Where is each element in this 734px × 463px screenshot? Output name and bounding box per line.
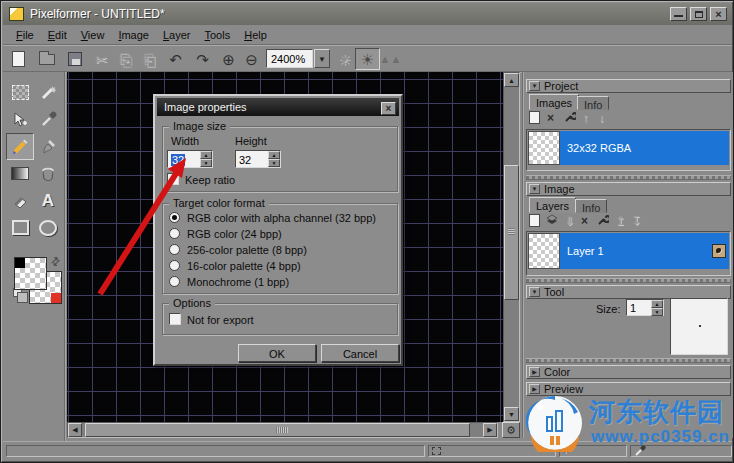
vertical-scrollbar[interactable]: ▲ ▼ <box>503 72 520 422</box>
new-layer-icon[interactable] <box>529 214 540 227</box>
size-down-icon[interactable]: ▼ <box>651 308 663 316</box>
save-document-icon[interactable] <box>62 48 87 70</box>
radio-monochrome[interactable] <box>169 276 180 287</box>
rectangular-selection-tool[interactable] <box>6 79 34 106</box>
panel-splitter[interactable] <box>526 175 731 180</box>
menu-file[interactable]: File <box>9 27 41 43</box>
vertical-scroll-thumb[interactable] <box>504 165 519 300</box>
rectangle-tool[interactable] <box>6 214 34 241</box>
maximize-button[interactable] <box>690 7 707 21</box>
import-layer-icon[interactable]: ⇓ <box>564 214 574 228</box>
color-picker-tool[interactable] <box>34 106 62 133</box>
preview-section-header[interactable]: ▶ Preview <box>526 382 731 396</box>
radio-palette256-label[interactable]: 256-color palette (8 bpp) <box>187 244 307 256</box>
radio-palette16-label[interactable]: 16-color palette (4 bpp) <box>187 260 301 272</box>
tab-image-info[interactable]: Info <box>575 199 607 213</box>
horizontal-scroll-thumb[interactable] <box>85 423 470 437</box>
scroll-left-icon[interactable]: ◀ <box>68 423 82 437</box>
scroll-down-icon[interactable]: ▼ <box>504 407 519 421</box>
menu-help[interactable]: Help <box>237 27 274 43</box>
move-image-down-icon[interactable]: ↓ <box>598 111 604 125</box>
zoom-level-dropdown-icon[interactable]: ▼ <box>314 49 330 68</box>
delete-image-icon[interactable]: × <box>547 111 554 125</box>
dialog-close-icon[interactable]: × <box>381 102 396 115</box>
image-wrench-icon[interactable] <box>564 111 576 126</box>
radio-rgba32-label[interactable]: RGB color with alpha channel (32 bpp) <box>187 212 376 224</box>
move-tool[interactable] <box>6 106 34 133</box>
close-button[interactable]: × <box>710 7 727 21</box>
tab-images[interactable]: Images <box>529 94 579 110</box>
magic-wand-tool[interactable] <box>34 79 62 106</box>
radio-rgb24-label[interactable]: RGB color (24 bpp) <box>187 228 282 240</box>
dialog-title-bar[interactable]: Image properties × <box>157 98 399 116</box>
height-up-icon[interactable]: ▲ <box>268 151 280 159</box>
primary-color-swatch[interactable] <box>14 257 47 290</box>
pencil-tool[interactable] <box>6 133 34 160</box>
ellipse-tool[interactable] <box>34 214 62 241</box>
radio-rgb24[interactable] <box>169 228 180 239</box>
layer-wrench-icon[interactable] <box>597 214 609 229</box>
cancel-button[interactable]: Cancel <box>321 344 399 362</box>
undo-icon[interactable]: ↶ <box>163 48 188 70</box>
tab-layers[interactable]: Layers <box>529 197 576 213</box>
radio-monochrome-label[interactable]: Monochrome (1 bpp) <box>187 276 289 288</box>
scroll-right-icon[interactable]: ▶ <box>483 423 497 437</box>
horizontal-scrollbar[interactable]: ◀ ▶ <box>67 422 498 438</box>
gradient-tool[interactable] <box>6 160 34 187</box>
panel-splitter[interactable] <box>526 358 731 363</box>
expand-preview-icon[interactable]: ▶ <box>529 384 540 394</box>
eraser-tool[interactable] <box>6 187 34 214</box>
fill-tool[interactable] <box>34 160 62 187</box>
view-light-background-icon[interactable]: ☀ <box>332 48 357 70</box>
list-item[interactable]: Layer 1 <box>528 233 729 269</box>
width-value[interactable]: 32 <box>171 154 185 166</box>
menu-layer[interactable]: Layer <box>156 27 198 43</box>
move-layer-down-icon[interactable]: ↧ <box>631 214 641 228</box>
tool-size-stepper[interactable]: 1 ▲▼ <box>626 299 664 316</box>
height-value[interactable]: 32 <box>236 151 268 167</box>
view-dark-background-icon[interactable]: ▲▲ <box>378 48 403 70</box>
zoom-in-icon[interactable]: ⊕ <box>216 48 241 70</box>
ok-button[interactable]: OK <box>238 344 316 362</box>
radio-palette256[interactable] <box>169 244 180 255</box>
move-layer-up-icon[interactable]: ↥ <box>615 214 625 228</box>
menu-tools[interactable]: Tools <box>198 27 238 43</box>
menu-view[interactable]: View <box>74 27 112 43</box>
not-for-export-checkbox[interactable] <box>169 313 181 325</box>
list-item[interactable]: 32x32 RGBA <box>528 131 729 165</box>
brush-tool[interactable] <box>34 133 62 160</box>
scroll-up-icon[interactable]: ▲ <box>504 73 519 87</box>
width-field[interactable]: 32 ▲▼ <box>167 150 213 168</box>
width-down-icon[interactable]: ▼ <box>200 159 212 167</box>
text-tool[interactable]: A <box>34 187 62 214</box>
minimize-button[interactable] <box>670 7 687 21</box>
width-up-icon[interactable]: ▲ <box>200 151 212 159</box>
swap-colors-icon[interactable]: ⇄ <box>48 254 64 270</box>
height-field[interactable]: 32 ▲▼ <box>235 150 281 168</box>
expand-color-icon[interactable]: ▶ <box>529 367 540 377</box>
panel-splitter[interactable] <box>526 278 731 283</box>
duplicate-layer-icon[interactable] <box>546 214 559 229</box>
open-document-icon[interactable] <box>34 48 59 70</box>
radio-palette16[interactable] <box>169 260 180 271</box>
collapse-image-icon[interactable]: ▼ <box>529 184 540 194</box>
tool-section-header[interactable]: ▼ Tool <box>526 285 731 299</box>
new-document-icon[interactable] <box>6 48 31 70</box>
paste-icon[interactable]: ⎗ <box>137 48 162 70</box>
move-image-up-icon[interactable]: ↑ <box>582 111 588 125</box>
copy-icon[interactable]: ⎘ <box>113 48 138 70</box>
zoom-out-icon[interactable]: ⊖ <box>239 48 264 70</box>
collapse-project-icon[interactable]: ▼ <box>529 81 540 91</box>
color-section-header[interactable]: ▶ Color <box>526 365 731 379</box>
menu-image[interactable]: Image <box>111 27 156 43</box>
menu-edit[interactable]: Edit <box>41 27 74 43</box>
size-up-icon[interactable]: ▲ <box>651 300 663 308</box>
redo-icon[interactable]: ↷ <box>190 48 215 70</box>
collapse-tool-icon[interactable]: ▼ <box>529 287 540 297</box>
height-down-icon[interactable]: ▼ <box>268 159 280 167</box>
tab-project-info[interactable]: Info <box>577 96 609 110</box>
keep-ratio-checkbox[interactable]: ✓ <box>167 173 179 185</box>
delete-layer-icon[interactable]: × <box>581 214 588 228</box>
project-section-header[interactable]: ▼ Project <box>526 79 731 93</box>
image-section-header[interactable]: ▼ Image <box>526 182 731 196</box>
